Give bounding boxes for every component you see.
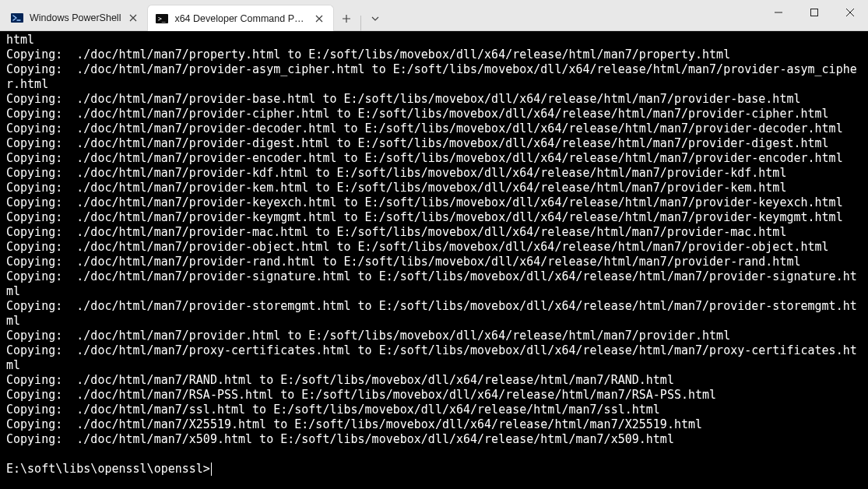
window-controls bbox=[761, 0, 868, 25]
maximize-icon bbox=[810, 9, 818, 16]
close-icon bbox=[846, 9, 854, 16]
close-tab-button[interactable] bbox=[313, 12, 325, 25]
tab-label: Windows PowerShell bbox=[30, 12, 121, 23]
terminal-scrollback: html Copying: ./doc/html/man7/property.h… bbox=[6, 33, 857, 446]
new-tab-button[interactable] bbox=[334, 6, 359, 31]
maximize-button[interactable] bbox=[796, 0, 832, 25]
tab-powershell[interactable]: Windows PowerShell bbox=[3, 5, 147, 31]
powershell-icon bbox=[11, 12, 23, 24]
tab-label: x64 Developer Command Prom bbox=[174, 13, 307, 24]
tab-divider bbox=[360, 16, 361, 31]
terminal-prompt: E:\soft\libs\openssl\openssl> bbox=[6, 462, 210, 476]
svg-rect-0 bbox=[11, 13, 23, 23]
terminal-cursor bbox=[211, 463, 212, 476]
svg-text:>_: >_ bbox=[158, 16, 166, 23]
titlebar: Windows PowerShell >_ x64 Developer Comm… bbox=[0, 0, 868, 31]
plus-icon bbox=[342, 14, 351, 23]
tab-dev-cmd[interactable]: >_ x64 Developer Command Prom bbox=[147, 5, 334, 31]
tab-strip: Windows PowerShell >_ x64 Developer Comm… bbox=[0, 0, 388, 31]
new-tab-dropdown-button[interactable] bbox=[363, 6, 388, 31]
terminal-output[interactable]: html Copying: ./doc/html/man7/property.h… bbox=[0, 31, 868, 489]
close-icon bbox=[315, 15, 323, 23]
svg-rect-5 bbox=[811, 9, 818, 16]
minimize-button[interactable] bbox=[761, 0, 796, 25]
close-tab-button[interactable] bbox=[127, 12, 139, 24]
close-icon bbox=[129, 14, 137, 22]
close-window-button[interactable] bbox=[832, 0, 868, 25]
chevron-down-icon bbox=[371, 15, 379, 23]
cmd-icon: >_ bbox=[156, 12, 168, 25]
minimize-icon bbox=[775, 9, 782, 16]
